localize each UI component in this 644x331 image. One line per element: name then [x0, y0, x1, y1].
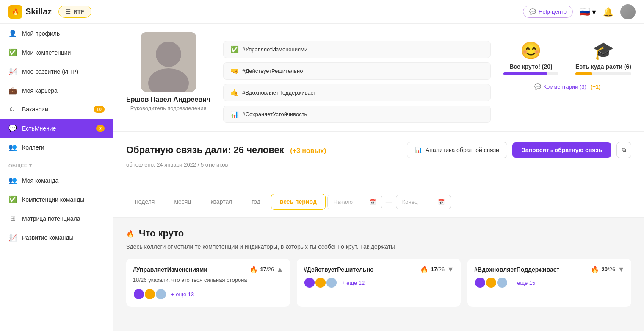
- comp-card-dejstvuet: #ДействуетРешительно 🔥 17/26 ▼: [297, 259, 461, 307]
- rtf-button[interactable]: ☰ RTF: [58, 6, 91, 18]
- fire-icon: 🔥: [249, 265, 258, 273]
- analytics-label: Аналитика обратной связи: [426, 147, 499, 153]
- comp-avatars: + еще 13: [133, 288, 283, 300]
- sidebar-item-label: Моя команда: [22, 177, 58, 184]
- sidebar-item-vacancies[interactable]: 🗂 Вакансии 10: [0, 100, 113, 119]
- sidebar-item-team-development[interactable]: 📈 Развитие команды: [0, 228, 113, 247]
- tag-vdohnovl: 🤙 #ВдохновляетПоддерживает: [223, 84, 491, 101]
- sidebar-item-label: Вакансии: [22, 106, 48, 113]
- filter-tab-quarter[interactable]: квартал: [202, 194, 241, 210]
- comp-description: 18/26 указали, что это твоя сильная стор…: [133, 277, 283, 283]
- more-link[interactable]: + еще 12: [342, 280, 365, 286]
- tag-sohran: 📊 #СохраняетУстойчивость: [223, 106, 491, 123]
- folder-icon: 🗂: [8, 106, 17, 113]
- help-label: Help-центр: [539, 8, 567, 15]
- help-button[interactable]: 💬 Help-центр: [523, 6, 573, 18]
- sidebar-item-label: Компетенции команды: [22, 196, 84, 203]
- checkmark-icon: ✅: [230, 45, 239, 53]
- language-selector[interactable]: 🇷🇺 ▾: [580, 7, 596, 17]
- bar-chart-icon: 📊: [415, 147, 422, 153]
- avatar-3: [496, 277, 508, 289]
- notifications-button[interactable]: 🔔: [603, 7, 614, 17]
- feedback-new-label: (+3 новых): [290, 147, 326, 154]
- logo-text: Skillaz: [25, 7, 52, 17]
- user-avatar[interactable]: [620, 4, 636, 19]
- analytics-button[interactable]: 📊 Аналитика обратной связи: [407, 142, 507, 158]
- cool-section: 🔥 Что круто Здесь коллеги отметили те ко…: [113, 218, 644, 317]
- comp-avatars: + еще 15: [474, 277, 625, 289]
- filter-tab-all[interactable]: весь период: [271, 194, 326, 210]
- sidebar-item-potential-matrix[interactable]: ⊞ Матрица потенциала: [0, 209, 113, 228]
- rtf-label: RTF: [73, 8, 84, 15]
- sidebar-item-label: Мое развитие (ИПР): [22, 68, 78, 75]
- sidebar-item-my-team[interactable]: 👥 Моя команда: [0, 171, 113, 190]
- sidebar-item-my-career[interactable]: 💼 Моя карьера: [0, 81, 113, 100]
- tag-label: #ВдохновляетПоддерживает: [242, 89, 316, 96]
- more-link[interactable]: + еще 15: [512, 280, 535, 286]
- navbar-left: 🔥 Skillaz ☰ RTF: [8, 5, 91, 19]
- current-score: 17: [431, 266, 437, 273]
- filter-tab-week[interactable]: неделя: [126, 194, 163, 210]
- filter-tab-month[interactable]: месяц: [165, 194, 200, 210]
- avatar-3: [326, 277, 337, 289]
- date-start-input[interactable]: Начало 📅: [327, 195, 382, 209]
- briefcase-icon: 💼: [8, 86, 17, 95]
- sidebar-item-label: Мои компетенции: [22, 49, 71, 56]
- chevron-down-button[interactable]: ▼: [618, 266, 625, 273]
- fire-emoji: 🔥: [126, 230, 135, 238]
- tag-label: #УправляетИзменениями: [242, 46, 307, 53]
- date-end-placeholder: Конец: [402, 199, 418, 205]
- feedback-title: Обратную связь дали: 26 человек: [126, 145, 284, 155]
- sidebar-item-label: Развитие команды: [22, 234, 74, 241]
- navbar-right: 💬 Help-центр 🇷🇺 ▾ 🔔: [523, 4, 636, 19]
- sidebar: 👤 Мой профиль ✅ Мои компетенции 📈 Мое ра…: [0, 24, 113, 331]
- cool-header: 🔥 Что круто: [126, 228, 631, 239]
- colleagues-icon: 👥: [8, 143, 17, 151]
- avatar-1: [474, 277, 486, 289]
- section-label: ОБЩЕЕ: [8, 163, 28, 168]
- chevron-down-button[interactable]: ▼: [447, 266, 454, 273]
- feedback-subtitle: обновлено: 24 января 2022 / 5 откликов: [126, 161, 631, 168]
- comp-card-vdohnovl: #ВдохновляетПоддерживает 🔥 20/26 ▼: [467, 259, 631, 307]
- request-feedback-button[interactable]: Запросить обратную связь: [512, 142, 611, 158]
- more-link[interactable]: + еще 13: [171, 291, 194, 298]
- sidebar-item-my-competencies[interactable]: ✅ Мои компетенции: [0, 43, 113, 62]
- competency-cards: #УправляетИзменениями 🔥 17/26 ▲ 18/26 ук…: [126, 259, 631, 307]
- copy-button[interactable]: ⧉: [616, 142, 631, 158]
- sidebar-item-colleagues[interactable]: 👥 Коллеги: [0, 138, 113, 157]
- avatar-1: [133, 288, 145, 300]
- filter-tab-year[interactable]: год: [243, 194, 269, 210]
- sidebar-section-general[interactable]: ОБЩЕЕ ▾: [0, 157, 113, 171]
- trend-icon: 📈: [8, 234, 17, 242]
- sidebar-item-team-competencies[interactable]: ✅ Компетенции команды: [0, 190, 113, 209]
- tag-dejstvuet: 🤜 #ДействуетРешительно: [223, 62, 491, 80]
- logo[interactable]: 🔥 Skillaz: [8, 5, 52, 19]
- sidebar-item-est-mnenie[interactable]: 💬 ЕстьМнение 2: [0, 119, 113, 138]
- check-icon: ✅: [8, 195, 17, 203]
- comments-link[interactable]: 💬 Комментарии (3) (+1): [534, 83, 601, 90]
- stat-bar-grow: [575, 72, 631, 75]
- grid-icon: ⊞: [8, 214, 17, 223]
- comp-fraction: 17/26: [431, 266, 445, 273]
- feedback-actions: 📊 Аналитика обратной связи Запросить обр…: [407, 142, 631, 158]
- sidebar-item-label: Матрица потенциала: [22, 215, 80, 222]
- date-separator: —: [386, 198, 392, 206]
- flag-icon: 🇷🇺: [580, 7, 590, 17]
- comp-card-header: #ВдохновляетПоддерживает 🔥 20/26 ▼: [474, 265, 625, 273]
- stat-bar-cool: [503, 72, 558, 75]
- stat-all-cool: 😊 Все круто! (20): [503, 41, 558, 75]
- profile-avatar: [141, 32, 196, 92]
- cool-title: Что круто: [139, 228, 184, 239]
- profile-tags: ✅ #УправляетИзменениями 🤜 #ДействуетРеши…: [223, 32, 491, 123]
- main-content: Ершов Павел Андреевич Руководитель подра…: [113, 24, 644, 331]
- calendar-icon: 📅: [438, 199, 445, 205]
- sidebar-item-my-development[interactable]: 📈 Мое развитие (ИПР): [0, 62, 113, 81]
- stat-bar-fill-cool: [503, 72, 547, 75]
- graduate-emoji: 🎓: [593, 41, 614, 61]
- tab-label: год: [252, 198, 260, 205]
- cool-description: Здесь коллеги отметили те компетенции и …: [126, 243, 631, 250]
- comp-name: #ДействуетРешительно: [304, 266, 373, 273]
- sidebar-item-my-profile[interactable]: 👤 Мой профиль: [0, 24, 113, 43]
- date-end-input[interactable]: Конец 📅: [396, 195, 451, 209]
- chevron-up-button[interactable]: ▲: [276, 266, 283, 273]
